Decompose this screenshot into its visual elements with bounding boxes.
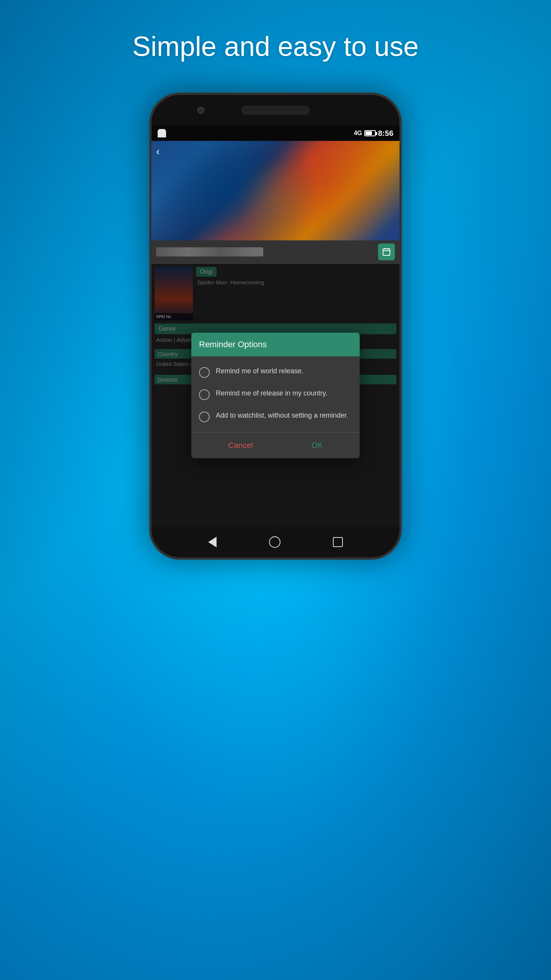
back-button[interactable]: ‹	[156, 145, 160, 158]
phone-bottom-bezel	[152, 527, 399, 557]
calendar-icon	[382, 247, 391, 256]
battery-icon	[364, 130, 376, 136]
radio-label-country: Remind me of release in my country.	[216, 389, 328, 398]
phone-speaker	[241, 106, 310, 115]
radio-circle-watchlist	[199, 412, 210, 422]
radio-option-world[interactable]: Remind me of world release.	[199, 361, 352, 383]
movie-title-bar	[152, 240, 399, 264]
svg-rect-0	[383, 249, 390, 255]
movie-image-overlay	[152, 141, 399, 240]
status-time: 8:56	[378, 129, 393, 138]
dialog-body: Remind me of world release. Remind me of…	[191, 356, 360, 432]
movie-content: SPID Ho Origi Spider-Man: Homecoming Gen…	[152, 264, 399, 527]
radio-option-country[interactable]: Remind me of release in my country.	[199, 383, 352, 405]
ok-button[interactable]: OK	[304, 438, 331, 453]
home-nav-button[interactable]	[269, 536, 280, 548]
radio-option-watchlist[interactable]: Add to watchlist, without setting a remi…	[199, 405, 352, 428]
reminder-dialog: Reminder Options Remind me of world rele…	[191, 333, 360, 458]
radio-circle-world	[199, 367, 210, 378]
sd-card-icon	[158, 129, 166, 137]
status-bar: 4G 8:56	[152, 126, 399, 141]
cancel-button[interactable]: Cancel	[220, 438, 261, 453]
dialog-overlay: Reminder Options Remind me of world rele…	[152, 264, 399, 527]
status-left	[158, 129, 166, 137]
phone-screen: 4G 8:56 ‹	[152, 126, 399, 527]
page-title: Simple and easy to use	[132, 31, 419, 62]
phone-shell: 4G 8:56 ‹	[149, 93, 402, 560]
movie-title-blurred	[156, 247, 263, 256]
signal-indicator: 4G	[354, 130, 362, 137]
radio-label-watchlist: Add to watchlist, without setting a remi…	[216, 411, 348, 420]
phone-top-bezel	[152, 95, 399, 126]
battery-fill	[365, 131, 372, 135]
status-right: 4G 8:56	[354, 129, 393, 138]
phone-camera-icon	[197, 107, 204, 114]
movie-hero-image: ‹	[152, 141, 399, 240]
calendar-button[interactable]	[378, 243, 395, 260]
back-nav-button[interactable]	[208, 537, 217, 547]
radio-label-world: Remind me of world release.	[216, 366, 303, 376]
dialog-actions: Cancel OK	[191, 433, 360, 458]
dialog-title: Reminder Options	[199, 340, 267, 349]
radio-circle-country	[199, 389, 210, 400]
dialog-header: Reminder Options	[191, 333, 360, 356]
recents-nav-button[interactable]	[333, 537, 343, 547]
